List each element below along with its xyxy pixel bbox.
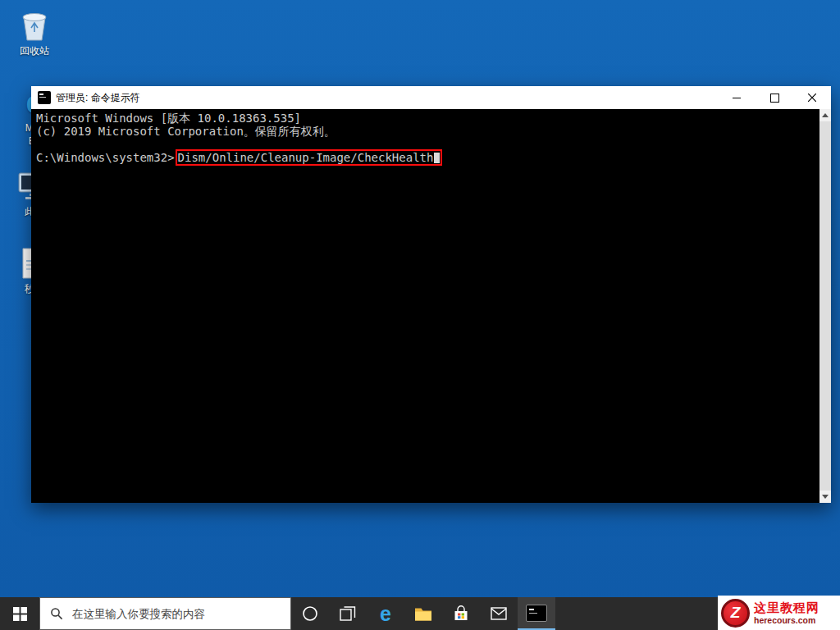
mail-button[interactable]	[480, 597, 518, 630]
task-view-icon	[340, 605, 356, 622]
scrollbar-thumb[interactable]	[819, 121, 831, 491]
desktop-background: 回收站 e Micr Ed 此电 秒关	[0, 0, 840, 630]
scroll-up-button[interactable]	[819, 109, 831, 121]
minimize-icon	[733, 98, 741, 98]
maximize-icon	[770, 94, 779, 103]
triangle-down-icon	[822, 495, 829, 499]
microsoft-store-button[interactable]	[442, 597, 480, 630]
close-button[interactable]	[793, 86, 831, 109]
watermark: Z 这里教程网 herecours.com	[718, 596, 840, 630]
cmd-window-icon	[38, 91, 51, 104]
watermark-text: 这里教程网 herecours.com	[754, 600, 819, 624]
watermark-title: 这里教程网	[754, 600, 819, 614]
cmd-icon	[526, 605, 547, 622]
console-output[interactable]: Microsoft Windows [版本 10.0.18363.535] (c…	[31, 109, 831, 503]
folder-icon	[414, 606, 432, 621]
maximize-button[interactable]	[756, 86, 793, 109]
search-icon	[50, 607, 63, 620]
cortana-button[interactable]	[291, 597, 329, 630]
close-icon	[808, 94, 816, 102]
titlebar[interactable]: 管理员: 命令提示符	[31, 86, 831, 109]
console-command: Dism/Online/Cleanup-Image/CheckHealth	[178, 151, 434, 164]
task-view-button[interactable]	[329, 597, 367, 630]
taskbar: e	[0, 597, 840, 630]
cmd-window: 管理员: 命令提示符 Microsoft Windows [版本 10.0.18…	[31, 86, 831, 503]
search-input[interactable]	[71, 607, 284, 621]
edge-icon: e	[380, 604, 391, 624]
window-title: 管理员: 命令提示符	[56, 91, 140, 105]
console-prompt: C:\Windows\system32>	[36, 151, 175, 164]
minimize-button[interactable]	[718, 86, 756, 109]
console-prompt-line: C:\Windows\system32>Dism/Online/Cleanup-…	[36, 151, 831, 164]
desktop-icon-recycle-bin[interactable]: 回收站	[8, 8, 61, 58]
store-icon	[454, 605, 468, 622]
scroll-down-button[interactable]	[819, 491, 831, 503]
console-line-version: Microsoft Windows [版本 10.0.18363.535]	[36, 112, 831, 125]
watermark-logo: Z	[721, 599, 750, 628]
windows-logo-icon	[13, 607, 27, 621]
highlighted-command-box: Dism/Online/Cleanup-Image/CheckHealth	[176, 149, 443, 166]
watermark-url: herecours.com	[754, 615, 819, 625]
edge-taskbar-button[interactable]: e	[367, 597, 404, 630]
triangle-up-icon	[822, 113, 829, 117]
window-controls	[718, 86, 831, 109]
recycle-bin-icon	[8, 8, 61, 43]
mail-icon	[491, 607, 507, 620]
file-explorer-button[interactable]	[404, 597, 442, 630]
console-line-copyright: (c) 2019 Microsoft Corporation。保留所有权利。	[36, 125, 831, 138]
cortana-icon	[302, 605, 318, 622]
desktop-icon-label: 回收站	[8, 45, 61, 58]
console-scrollbar[interactable]	[819, 109, 831, 503]
taskbar-search-box[interactable]	[39, 597, 291, 630]
start-button[interactable]	[0, 597, 39, 630]
text-cursor	[434, 153, 440, 163]
cmd-taskbar-button[interactable]	[518, 597, 555, 630]
